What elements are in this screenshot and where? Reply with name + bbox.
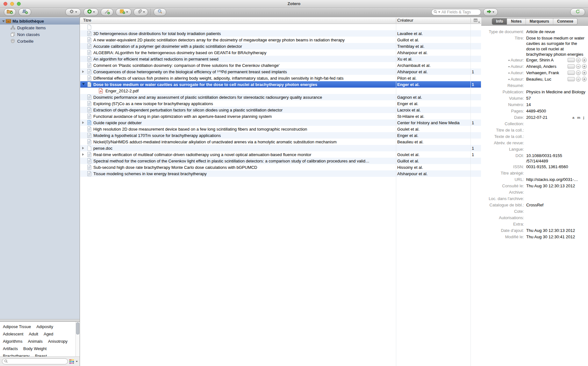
item-row[interactable]: Exploring (57)Co as a new isotope for br…	[80, 100, 481, 107]
tag[interactable]: Body Weight	[23, 346, 47, 351]
field-mode-toggle[interactable]	[568, 64, 575, 68]
add-by-identifier-button[interactable]	[101, 8, 113, 16]
new-group-button[interactable]	[18, 8, 31, 16]
twisty-icon[interactable]	[82, 153, 84, 156]
chevron-down-icon[interactable]	[76, 361, 78, 362]
column-divider[interactable]	[396, 18, 396, 23]
tag-search-field[interactable]	[2, 358, 68, 364]
item-row[interactable]: 3D heterogeneous dose distributions for …	[80, 30, 481, 37]
item-row[interactable]: Guide rapide pour débuterCenter for Hist…	[80, 119, 481, 126]
field-value[interactable]: http://stacks.iop.org/0031-…	[526, 177, 585, 183]
field-value[interactable]	[526, 134, 585, 140]
field-value[interactable]	[526, 121, 585, 127]
field-mode-toggle[interactable]	[568, 77, 575, 81]
advanced-search-button[interactable]	[154, 8, 166, 16]
tab-notes[interactable]: Notes	[507, 18, 525, 25]
field-value[interactable]: 57	[526, 96, 585, 102]
tag[interactable]: Anisotropy	[48, 339, 68, 344]
tag[interactable]: Adipose Tissue	[3, 324, 31, 329]
item-row[interactable]: Real-time verification of multileaf coll…	[80, 151, 481, 158]
field-value[interactable]: Thu Aug 30 12:30:13 2012	[526, 183, 585, 189]
add-author-button[interactable]: +	[582, 58, 587, 62]
tag[interactable]: Adolescent	[3, 332, 23, 336]
tag[interactable]: Aged	[44, 332, 53, 336]
item-row[interactable]: Nickel(0)/NaHMDS adduct-mediated intramo…	[80, 139, 481, 145]
new-item-button[interactable]	[83, 8, 98, 16]
field-value[interactable]	[526, 140, 585, 146]
item-row[interactable]: Accurate calibration of a polymer gel do…	[80, 43, 481, 49]
field-value[interactable]	[526, 147, 585, 153]
tag[interactable]: Adult	[29, 332, 38, 336]
tab-info[interactable]: Info	[492, 18, 507, 25]
author-twisty-icon[interactable]	[508, 66, 510, 68]
field-value[interactable]: 4489-4500	[526, 108, 585, 114]
item-row[interactable]: Comment on 'Plastic scintillation dosime…	[80, 62, 481, 68]
sidebar-item-non-class-s[interactable]: Non classés	[0, 31, 80, 38]
remove-author-button[interactable]: −	[576, 58, 581, 62]
column-header-title[interactable]: Titre	[83, 18, 91, 23]
sidebar-item-duplicate-items[interactable]: Duplicate Items	[0, 25, 80, 31]
tag-scrollbar[interactable]	[75, 322, 80, 356]
collection-actions-button[interactable]	[65, 8, 81, 16]
item-row[interactable]: ALGEBRA: ALgorithm for the heterogeneous…	[80, 49, 481, 56]
tab-marqueurs[interactable]: Marqueurs	[526, 18, 553, 25]
field-value[interactable]: 14	[526, 102, 585, 108]
field-value[interactable]: Article de revue	[526, 29, 585, 35]
field-value[interactable]	[526, 196, 585, 202]
item-row[interactable]: An algorithm for efficient metal artifac…	[80, 56, 481, 62]
item-row[interactable]: Functional avoidance of lung in plan opt…	[80, 113, 481, 119]
field-value[interactable]: 0031-9155, 1361-6560	[526, 164, 585, 170]
field-value[interactable]	[526, 190, 585, 196]
column-divider[interactable]	[470, 18, 471, 23]
remove-author-button[interactable]: −	[576, 77, 581, 82]
item-row[interactable]: Sub-second high dose rate brachytherapy …	[80, 164, 481, 170]
sync-button[interactable]	[570, 8, 585, 16]
tab-connexe[interactable]: Connexe	[553, 18, 577, 25]
field-value[interactable]: Thu Aug 30 12:30:13 2012	[526, 228, 585, 234]
field-value[interactable]: 10.1088/0031-9155 /57/14/4489	[526, 153, 585, 164]
tag-pane-splitter[interactable]	[0, 319, 80, 322]
sidebar-item-corbeille[interactable]: Corbeille	[0, 38, 80, 45]
locate-button[interactable]	[483, 8, 498, 16]
field-value[interactable]: Dose to tissue medium or water cavities …	[526, 35, 585, 57]
field-value[interactable]	[526, 209, 585, 215]
column-header-creator[interactable]: Créateur	[397, 18, 413, 23]
field-value[interactable]	[526, 170, 585, 176]
field-value[interactable]: Thu Aug 30 12:30:41 2012	[526, 234, 585, 240]
item-row[interactable]	[80, 24, 481, 30]
field-value[interactable]	[526, 221, 585, 227]
tag[interactable]: Brachytherapy	[3, 354, 30, 356]
item-row[interactable]: Differential effects of various fish pro…	[80, 75, 481, 81]
item-row[interactable]: High resolution 2D dose measurement devi…	[80, 126, 481, 132]
twisty-icon[interactable]	[82, 121, 84, 124]
add-attachment-button[interactable]	[133, 8, 148, 16]
tag[interactable]: Adiposity	[36, 324, 53, 329]
item-row[interactable]: Consequences of dose heterogeneity on th…	[80, 68, 481, 75]
item-row[interactable]: Extraction of depth-dependent perturbati…	[80, 107, 481, 113]
attachment-row[interactable]: Enger_2012-2.pdf	[80, 88, 481, 94]
scrollbar-thumb[interactable]	[76, 322, 79, 334]
item-row[interactable]: A new water-equivalent 2D plastic scinti…	[80, 37, 481, 43]
author-twisty-icon[interactable]	[508, 60, 510, 61]
twisty-icon[interactable]	[82, 70, 84, 73]
add-author-button[interactable]: +	[582, 77, 587, 82]
search-input[interactable]	[441, 10, 479, 15]
item-row[interactable]: pense.doc1	[80, 145, 481, 151]
remove-author-button[interactable]: −	[576, 70, 581, 75]
add-author-button[interactable]: +	[582, 70, 587, 75]
field-value[interactable]	[526, 215, 585, 221]
field-mode-toggle[interactable]	[568, 58, 575, 62]
field-value[interactable]: CrossRef	[526, 202, 585, 208]
item-row[interactable]: Dose to tissue medium or water cavities …	[80, 81, 481, 88]
add-author-button[interactable]: +	[582, 64, 587, 69]
new-note-button[interactable]	[116, 8, 132, 16]
tag-search-input[interactable]	[9, 359, 66, 364]
remove-author-button[interactable]: −	[576, 64, 581, 69]
item-row[interactable]: Modeling a hypothetical 170Tm source for…	[80, 132, 481, 139]
item-row[interactable]: Spectral method for the correction of th…	[80, 158, 481, 164]
field-value[interactable]: Physics in Medicine and Biology	[526, 89, 585, 95]
twisty-icon[interactable]	[2, 20, 5, 22]
quick-search-field[interactable]	[431, 9, 481, 15]
twisty-icon[interactable]	[82, 83, 85, 85]
item-row[interactable]: Tissue modeling schemes in low energy br…	[80, 170, 481, 177]
